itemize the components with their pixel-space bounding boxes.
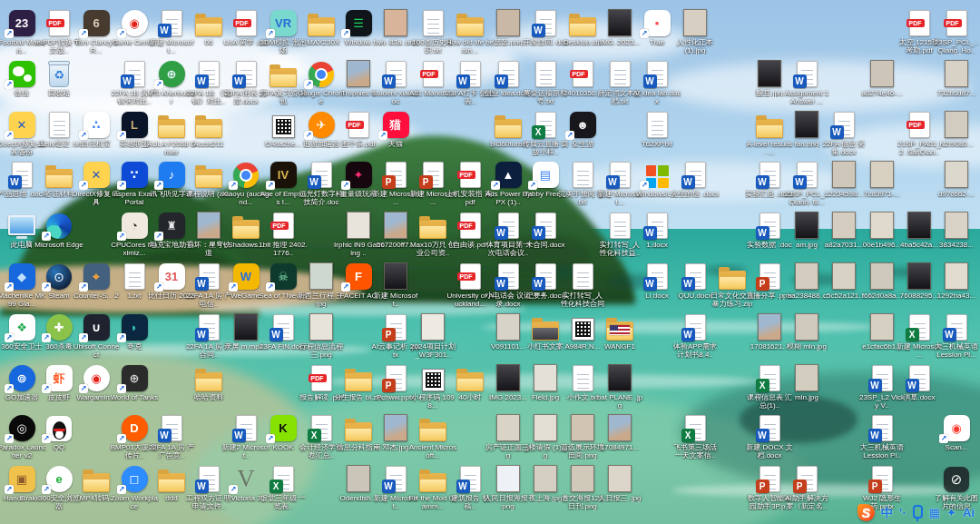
icon-art: W bbox=[632, 58, 681, 87]
shortcut-arrow-icon: ↗ bbox=[117, 333, 126, 342]
icon-label: 天猫 bbox=[371, 140, 420, 148]
desktop-icon-image-file[interactable]: 732b6dd7... bbox=[932, 58, 980, 97]
icon-label: 大三机械英语 Lession Pl... bbox=[932, 342, 980, 359]
icon-label: Microsoft Edge bbox=[34, 241, 83, 249]
shortcut-arrow-icon: ↗ bbox=[5, 80, 14, 89]
desktop-icon-pdf-doc[interactable]: PDF1bit 推理 2402.1776.. bbox=[259, 210, 308, 257]
desktop-icon-photo[interactable]: 17084971... bbox=[595, 412, 644, 451]
icon-art bbox=[632, 109, 681, 138]
icon-art: ⊕↗ bbox=[110, 362, 159, 391]
icon-label: 人性化正本 (1).jpg bbox=[671, 38, 720, 54]
icon-art bbox=[371, 261, 420, 290]
desktop-icon-image-file[interactable]: 3834238... bbox=[932, 210, 980, 249]
ime-punctuation[interactable]: ’· bbox=[899, 506, 906, 519]
desktop-icon-folder[interactable]: Acctg211 bbox=[184, 109, 233, 148]
desktop-icon-word-doc[interactable]: W演草.docx bbox=[895, 362, 944, 401]
desktop-icon-image-file[interactable]: 人日报三 .jpg bbox=[595, 463, 644, 502]
icon-label: 体验APP需求 计划书8.4.. bbox=[671, 342, 720, 359]
desktop-icon-image-file[interactable]: 7cd3971-... bbox=[858, 159, 906, 198]
desktop-icon-image-file[interactable]: d97c662-... bbox=[932, 159, 980, 198]
desktop-icon-ppt-doc[interactable]: PAI助手解决方 案（新定名.. bbox=[782, 463, 831, 510]
desktop-icon-folder[interactable]: 哈哈资料 bbox=[184, 362, 233, 401]
icon-art: ☻↗ bbox=[558, 109, 607, 138]
icon-label: 22FA 1A 房 产广告意.. bbox=[147, 443, 196, 460]
desktop-icon-image-file[interactable]: 1292ba43... bbox=[932, 261, 980, 300]
icon-art: W bbox=[671, 159, 720, 188]
icon-art: W bbox=[819, 109, 868, 138]
icon-art: X bbox=[671, 412, 720, 441]
icon-art: W bbox=[632, 210, 681, 239]
icon-art: X bbox=[259, 463, 308, 492]
desktop-icon-word-doc[interactable]: W大三机械英语 Lession Pl.. bbox=[858, 412, 906, 460]
desktop-icon-text-file[interactable]: 实打转写_人 性化科技合同 bbox=[558, 261, 607, 308]
desktop-icon-folder[interactable]: Ancient Microsoft... bbox=[408, 412, 457, 460]
desktop-icon-app-square[interactable]: ☻↗众生游 bbox=[558, 109, 607, 148]
desktop-icon-word-doc[interactable]: W22FA 信息 采集.docx bbox=[819, 109, 868, 156]
icon-art: W bbox=[521, 210, 570, 239]
shortcut-arrow-icon: ↗ bbox=[79, 29, 88, 38]
desktop-icon-app-square[interactable]: ⊕↗World of Tanks bbox=[110, 362, 159, 401]
desktop-icon-text-file[interactable]: T62XP.txt bbox=[632, 109, 681, 148]
desktop-icon-image-file[interactable]: min.jpg bbox=[782, 362, 831, 401]
desktop-icon-image-file[interactable]: N2I9080... bbox=[932, 109, 980, 148]
icon-label: a6274e46-... bbox=[858, 89, 906, 97]
icon-art bbox=[782, 362, 831, 391]
ime-keyboard-icon[interactable]: ▦ bbox=[929, 506, 940, 519]
shortcut-arrow-icon: ↗ bbox=[117, 131, 126, 140]
desktop-icon-word-doc[interactable]: W未合同.docx bbox=[521, 210, 570, 249]
desktop-icon-excel-doc[interactable]: X饭堂三年级 一览表.. bbox=[259, 463, 308, 510]
shortcut-arrow-icon: ↗ bbox=[117, 384, 126, 393]
desktop-icon-microsoft-edge[interactable]: ↗Microsoft Edge bbox=[34, 210, 83, 249]
icon-art: W bbox=[932, 311, 980, 341]
icon-label: 17084971... bbox=[595, 443, 644, 451]
shortcut-arrow-icon: ↗ bbox=[5, 384, 14, 393]
desktop-icon-app-square[interactable]: ◗↗夸克 bbox=[110, 311, 159, 351]
shortcut-arrow-icon: ↗ bbox=[229, 282, 238, 292]
icon-art bbox=[558, 261, 607, 290]
icon-art: ⊘ bbox=[932, 463, 980, 492]
desktop-icon-word-doc[interactable]: W体验APP需求 计划书8.4.. bbox=[671, 311, 720, 359]
desktop-icon-word-doc[interactable]: WAI idea lab.docx bbox=[632, 58, 681, 105]
desktop-icon-image-file[interactable]: 行程信息流程 三.png bbox=[297, 311, 346, 359]
desktop-icon-word-doc[interactable]: W新建 DOCX 文档.docx bbox=[745, 412, 794, 460]
desktop-icon-pdf-doc[interactable]: PDF23SP_PCL_.. Qiang_Ho.. bbox=[932, 7, 980, 54]
icon-label: T62XP.txt bbox=[632, 140, 681, 148]
desktop-icon-word-doc[interactable]: W22FA 1A 房 产广告意.. bbox=[147, 412, 196, 460]
icon-label: 众生游 bbox=[558, 140, 607, 148]
desktop-icon-image-file[interactable]: 模糊 mln.jpg bbox=[782, 311, 831, 351]
desktop-icon-app-square[interactable]: ◉↗Scan... bbox=[932, 412, 980, 451]
ime-mode-chinese[interactable]: 中 bbox=[881, 505, 893, 521]
desktop-icon-dark-image[interactable]: bat PLANE .jpg bbox=[595, 362, 644, 410]
desktop-icon-recycle-bin[interactable]: ♻回收站 bbox=[34, 58, 83, 97]
desktop-icon-app-square[interactable]: 猫↗天猫 bbox=[371, 109, 420, 148]
desktop-icon-image-file[interactable]: 人性化正本 (1).jpg bbox=[671, 7, 720, 54]
sogou-logo[interactable]: S bbox=[858, 504, 875, 521]
shortcut-arrow-icon: ↗ bbox=[640, 29, 649, 38]
icon-art: PDF bbox=[932, 7, 980, 36]
icon-label: 演草.docx bbox=[895, 393, 944, 401]
shortcut-arrow-icon: ↗ bbox=[304, 80, 313, 89]
icon-art bbox=[932, 210, 980, 239]
desktop-icon-image-file[interactable]: 2024项目计划 _W3F301.. bbox=[408, 311, 457, 359]
shortcut-arrow-icon: ↗ bbox=[266, 434, 275, 443]
icon-art bbox=[932, 58, 980, 87]
ime-ai-button[interactable]: Ai bbox=[963, 506, 975, 519]
icon-label: 夸克 bbox=[110, 342, 159, 351]
desktop-icon-word-doc[interactable]: WAssignment 1 Answer ... bbox=[782, 58, 831, 105]
ime-mic-icon[interactable] bbox=[913, 505, 923, 519]
icon-label: 1bit 推理 2402.1776.. bbox=[259, 241, 308, 257]
desktop-icon-word-doc[interactable]: W先生的信 .docx bbox=[671, 159, 720, 198]
icon-art bbox=[595, 412, 644, 441]
desktop-icon-word-doc[interactable]: W大三机械英语 Lession Pl... bbox=[932, 311, 980, 359]
shortcut-arrow-icon: ↗ bbox=[341, 282, 350, 292]
ime-toolbox-icon[interactable]: ✦ bbox=[946, 506, 956, 519]
shortcut-arrow-icon: ↗ bbox=[42, 384, 51, 393]
shortcut-arrow-icon: ↗ bbox=[341, 181, 350, 190]
icon-art bbox=[184, 362, 233, 391]
desktop-icon-flag-folder[interactable]: WANGF1 bbox=[595, 311, 644, 351]
desktop-icon-word-doc[interactable]: W1.docx bbox=[632, 210, 681, 249]
desktop-icon-image-file[interactable]: a6274e46-... bbox=[858, 58, 906, 97]
desktop-icon-excel-doc[interactable]: X飞书第三场活 一天文案信.. bbox=[671, 412, 720, 460]
desktop-icon-dark-image[interactable]: 新建 Microsoft.. bbox=[371, 261, 420, 308]
desktop-icon-qq[interactable]: ↗QQ bbox=[34, 412, 83, 451]
